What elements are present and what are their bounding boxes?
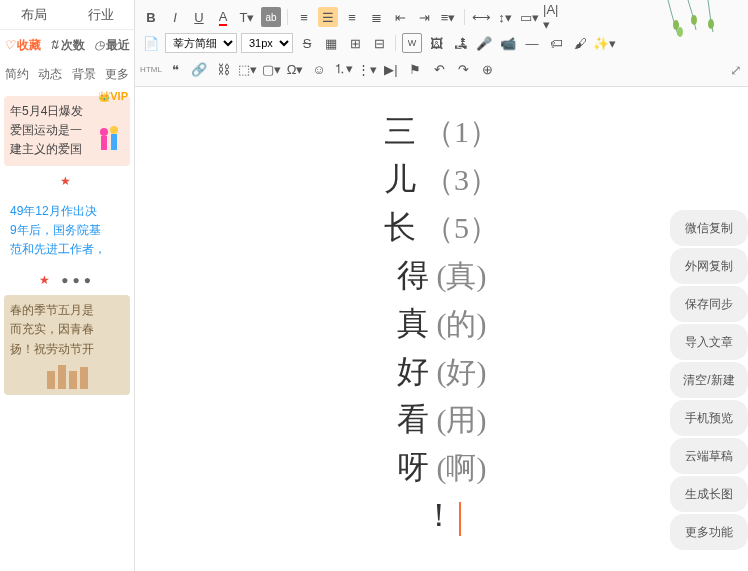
filter-recent[interactable]: ◷最近: [94, 37, 130, 54]
char: 儿: [384, 161, 416, 197]
cat-background[interactable]: 背景: [72, 66, 96, 83]
gallery-button[interactable]: 🏞: [450, 33, 470, 53]
star-icon: ★: [60, 174, 75, 188]
more-functions-button[interactable]: 更多功能: [670, 514, 748, 550]
font-color-button[interactable]: A: [213, 7, 233, 27]
template-card[interactable]: 春的季节五月是 而充实，因青春 扬！祝劳动节开: [4, 295, 130, 395]
insert-col-button[interactable]: ⊟: [369, 33, 389, 53]
cat-dynamic[interactable]: 动态: [38, 66, 62, 83]
insert-row-button[interactable]: ⊞: [345, 33, 365, 53]
wechat-copy-button[interactable]: 微信复制: [670, 210, 748, 246]
vip-badge: VIP: [98, 88, 128, 106]
zoom-button[interactable]: ⊕: [477, 59, 497, 79]
cat-more[interactable]: 更多: [105, 66, 129, 83]
divider: ★ ●●●: [0, 273, 134, 287]
unlink-button[interactable]: ⛓: [213, 59, 233, 79]
align-center-button[interactable]: ☰: [318, 7, 338, 27]
ruby-text: （1）: [424, 115, 499, 148]
editor-canvas[interactable]: 三 （1） 儿 （3） 长 （5） 得 (真) 真 (的) 好 (好) 看 (用…: [135, 87, 748, 571]
filter-count[interactable]: ⇅次数: [49, 37, 85, 54]
generate-image-button[interactable]: 生成长图: [670, 476, 748, 512]
bookmark-button[interactable]: ▶|: [381, 59, 401, 79]
import-article-button[interactable]: 导入文章: [670, 324, 748, 360]
card-text: 49年12月作出决: [10, 202, 124, 221]
clock-icon: ◷: [94, 38, 104, 52]
char: 真: [397, 305, 429, 341]
tag-button[interactable]: 🏷: [546, 33, 566, 53]
image-button[interactable]: 🖼: [426, 33, 446, 53]
svg-rect-2: [101, 136, 107, 150]
brush-button[interactable]: 🖌: [570, 33, 590, 53]
strikethrough-button[interactable]: S: [297, 33, 317, 53]
undo-button[interactable]: ↶: [429, 59, 449, 79]
font-family-select[interactable]: 莘方简细: [165, 33, 237, 53]
save-sync-button[interactable]: 保存同步: [670, 286, 748, 322]
filter-favorite[interactable]: ♡收藏: [4, 37, 41, 54]
table-button[interactable]: ▦: [321, 33, 341, 53]
ordered-list-button[interactable]: ⒈▾: [333, 59, 353, 79]
sidebar: 布局 行业 ♡收藏 ⇅次数 ◷最近 简约 动态 背景 更多 VIP 年5月4日爆…: [0, 0, 135, 571]
indent-left-button[interactable]: ⇤: [390, 7, 410, 27]
highlight-button[interactable]: ab: [261, 7, 281, 27]
flag-button[interactable]: ⚑: [405, 59, 425, 79]
redo-button[interactable]: ↷: [453, 59, 473, 79]
main-area: B I U A T▾ ab ≡ ☰ ≡ ≣ ⇤ ⇥ ≡▾ ⟷ ↕▾ ▭▾ |A|…: [135, 0, 748, 571]
letter-spacing-button[interactable]: |A|▾: [543, 7, 563, 27]
unordered-list-button[interactable]: ⋮▾: [357, 59, 377, 79]
align-left-button[interactable]: ≡: [294, 7, 314, 27]
card-text: 范和先进工作者，: [10, 240, 124, 259]
tab-layout[interactable]: 布局: [0, 0, 67, 29]
italic-button[interactable]: I: [165, 7, 185, 27]
underline-button[interactable]: U: [189, 7, 209, 27]
padding-button[interactable]: ▭▾: [519, 7, 539, 27]
svg-point-7: [677, 27, 683, 37]
people-illustration: [96, 124, 126, 160]
template-card[interactable]: VIP 年5月4日爆发 爱国运动是一 建主义的爱国: [4, 96, 130, 166]
cloud-draft-button[interactable]: 云端草稿: [670, 438, 748, 474]
video-button[interactable]: 📹: [498, 33, 518, 53]
html-button[interactable]: HTML: [141, 59, 161, 79]
font-size-button[interactable]: T▾: [237, 7, 257, 27]
svg-rect-3: [111, 134, 117, 150]
template-card[interactable]: 49年12月作出决 9年后，国务院基 范和先进工作者，: [4, 196, 130, 266]
quote-button[interactable]: ❝: [165, 59, 185, 79]
align-right-button[interactable]: ≡: [342, 7, 362, 27]
editor-content[interactable]: 三 （1） 儿 （3） 长 （5） 得 (真) 真 (的) 好 (好) 看 (用…: [135, 107, 748, 539]
margin-button[interactable]: ↕▾: [495, 7, 515, 27]
external-copy-button[interactable]: 外网复制: [670, 248, 748, 284]
component-button[interactable]: ▢▾: [261, 59, 281, 79]
decoration-vines: [658, 0, 748, 40]
template-button[interactable]: ⬚▾: [237, 59, 257, 79]
new-doc-button[interactable]: 📄: [141, 33, 161, 53]
ruby-text: （3）: [424, 163, 499, 196]
align-justify-button[interactable]: ≣: [366, 7, 386, 27]
font-size-select[interactable]: 31px: [241, 33, 293, 53]
sort-icon: ⇅: [49, 38, 59, 52]
tab-industry[interactable]: 行业: [67, 0, 134, 29]
mobile-preview-button[interactable]: 手机预览: [670, 400, 748, 436]
wand-button[interactable]: ✨▾: [594, 33, 614, 53]
filter-row: ♡收藏 ⇅次数 ◷最近: [0, 30, 134, 60]
ruby-text: (好): [437, 355, 487, 388]
emoji-button[interactable]: ☺: [309, 59, 329, 79]
line-height-button[interactable]: ≡▾: [438, 7, 458, 27]
ruby-text: (的): [437, 307, 487, 340]
audio-button[interactable]: 🎤: [474, 33, 494, 53]
text-cursor: [459, 502, 461, 536]
heart-icon: ♡: [4, 38, 15, 52]
cat-simple[interactable]: 简约: [5, 66, 29, 83]
clear-new-button[interactable]: 清空/新建: [670, 362, 748, 398]
word-button[interactable]: W: [402, 33, 422, 53]
bold-button[interactable]: B: [141, 7, 161, 27]
char: ！: [423, 497, 455, 533]
symbol-button[interactable]: Ω▾: [285, 59, 305, 79]
hr-button[interactable]: —: [522, 33, 542, 53]
divider: ★: [0, 174, 134, 188]
toolbar: B I U A T▾ ab ≡ ☰ ≡ ≣ ⇤ ⇥ ≡▾ ⟷ ↕▾ ▭▾ |A|…: [135, 0, 748, 87]
link-button[interactable]: 🔗: [189, 59, 209, 79]
spacing-button[interactable]: ⟷: [471, 7, 491, 27]
silhouette-illustration: [10, 359, 124, 389]
char: 得: [397, 257, 429, 293]
indent-right-button[interactable]: ⇥: [414, 7, 434, 27]
expand-button[interactable]: ⤢: [730, 62, 742, 78]
